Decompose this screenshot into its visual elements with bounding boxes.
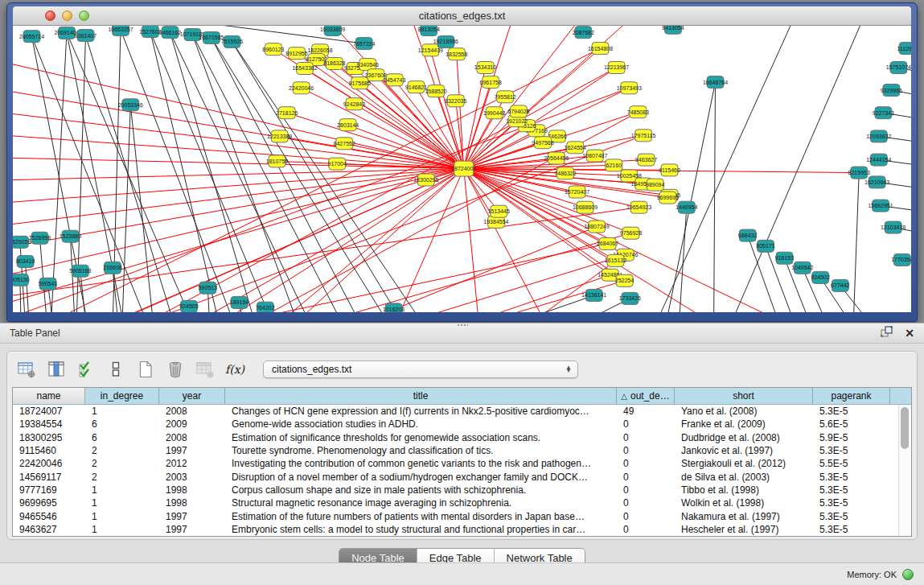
network-node[interactable]: 9115460 xyxy=(659,164,680,176)
network-node[interactable]: 1527602 xyxy=(139,26,161,38)
table-scrollbar[interactable] xyxy=(898,405,911,536)
network-window[interactable]: citations_edges.txt 18724007896012389129… xyxy=(6,2,918,322)
show-column-icon[interactable] xyxy=(47,360,66,379)
column-header-short[interactable]: short xyxy=(675,388,813,404)
network-node[interactable]: 1624554 xyxy=(565,142,586,154)
network-node[interactable]: 12213389 xyxy=(267,130,292,142)
network-node[interactable]: 252254 xyxy=(615,274,634,286)
network-node[interactable]: 7955812 xyxy=(494,91,515,103)
network-node[interactable]: 14136141 xyxy=(581,290,606,302)
network-node[interactable]: 18724007 xyxy=(451,161,476,176)
network-node[interactable]: 12444154 xyxy=(866,154,891,166)
table-row[interactable]: 911546021997Tourette syndrome. Phenomeno… xyxy=(13,444,911,457)
network-node[interactable]: 24055714 xyxy=(19,31,44,43)
table-row[interactable]: 2242004622012Investigating the contribut… xyxy=(13,457,911,470)
network-node[interactable]: 9361407 xyxy=(75,30,97,42)
network-node[interactable]: 1513445 xyxy=(488,205,510,217)
network-node[interactable]: 16648784 xyxy=(703,76,728,89)
network-node[interactable]: 805171 xyxy=(756,240,774,252)
network-node[interactable]: 12103418 xyxy=(881,221,906,233)
zoom-window-icon[interactable] xyxy=(79,10,89,21)
memory-ok-icon[interactable] xyxy=(902,569,914,580)
network-node[interactable]: 8215953 xyxy=(848,167,870,179)
network-node[interactable]: 9146821 xyxy=(405,81,427,93)
network-node[interactable]: 1615132 xyxy=(605,254,626,266)
column-header-year[interactable]: year xyxy=(159,388,225,404)
network-node[interactable]: 9699695 xyxy=(657,192,679,204)
column-header-pagerank[interactable]: pagerank xyxy=(813,388,890,404)
network-node[interactable]: 12213967 xyxy=(604,62,629,74)
network-node[interactable]: 5905188 xyxy=(69,265,91,277)
network-node[interactable]: 8454743 xyxy=(384,74,405,86)
table-row[interactable]: 1830029562008Estimation of significance … xyxy=(13,431,911,444)
network-node[interactable]: 9463627 xyxy=(635,154,657,166)
table-row[interactable]: 977716911998Corpus callosum shape and si… xyxy=(13,484,911,496)
network-node[interactable]: 9466162 xyxy=(159,27,181,39)
table-row[interactable]: 1456911722003Disruption of a novel membe… xyxy=(13,470,911,483)
network-node[interactable]: 1523889 xyxy=(60,230,81,242)
network-node[interactable]: 7515526 xyxy=(221,35,243,47)
scrollbar-thumb[interactable] xyxy=(901,407,909,449)
network-node[interactable]: 15751074 xyxy=(886,62,911,74)
network-node[interactable]: 1049542 xyxy=(791,262,813,274)
network-node[interactable]: 1440954 xyxy=(676,201,697,213)
table-row[interactable]: 946362711997Embryonic stem cells: a mode… xyxy=(13,523,911,536)
delete-table-icon[interactable] xyxy=(166,360,185,379)
network-node[interactable]: 8322035 xyxy=(445,95,466,107)
network-node[interactable]: 8912955 xyxy=(285,47,307,60)
network-node[interactable]: 1810755 xyxy=(266,155,288,167)
network-node[interactable]: 189154 xyxy=(230,296,248,308)
network-node[interactable]: 20053346 xyxy=(118,99,143,111)
network-node[interactable]: 1990448 xyxy=(483,107,505,119)
network-window-titlebar[interactable]: citations_edges.txt xyxy=(13,6,911,26)
network-node[interactable]: 6961758 xyxy=(480,76,502,89)
network-node[interactable]: 677442 xyxy=(831,279,849,291)
network-node[interactable]: 9227343 xyxy=(873,107,894,119)
network-node[interactable]: 10807487 xyxy=(582,150,607,162)
network-node[interactable]: 1770354 xyxy=(891,253,911,266)
network-node[interactable]: 16210643 xyxy=(864,176,889,188)
network-node[interactable]: 1832558 xyxy=(446,48,467,60)
select-columns-icon[interactable] xyxy=(76,360,96,379)
network-node[interactable]: 2684067 xyxy=(597,237,618,249)
table-row[interactable]: 1872400712008Changes of HCN gene express… xyxy=(13,405,911,418)
network-node[interactable]: 9497568 xyxy=(532,137,553,149)
network-node[interactable]: 8813054 xyxy=(418,26,440,36)
network-canvas[interactable]: 1872400789601238912955182260589127503165… xyxy=(13,26,911,312)
network-node[interactable]: 1534310 xyxy=(474,62,496,74)
table-row[interactable]: 946554611997Estimation of the future num… xyxy=(13,509,911,522)
network-node[interactable]: 19654923 xyxy=(626,201,651,213)
network-node[interactable]: 7486322 xyxy=(554,167,576,179)
column-header-name[interactable]: name xyxy=(13,388,85,404)
network-node[interactable]: 62160 xyxy=(606,159,622,171)
network-node[interactable]: 8186328 xyxy=(323,58,345,70)
network-node[interactable]: 6794028 xyxy=(507,105,529,117)
network-node[interactable]: 1112954 xyxy=(897,43,911,55)
network-node[interactable]: 2526958 xyxy=(29,232,51,244)
table-row[interactable]: 969969511998Structural magnetic resonanc… xyxy=(13,496,911,509)
network-node[interactable]: 216608 xyxy=(103,262,121,274)
network-node[interactable]: 12093832 xyxy=(866,130,891,142)
network-node[interactable]: 688432 xyxy=(738,229,757,241)
network-node[interactable]: 2803144 xyxy=(337,119,359,131)
new-table-icon[interactable] xyxy=(136,360,155,379)
network-node[interactable]: 2087682 xyxy=(573,27,594,39)
network-node[interactable]: 9242843 xyxy=(343,98,365,110)
close-panel-icon[interactable]: ✕ xyxy=(905,328,914,339)
network-node[interactable]: 15692951 xyxy=(868,200,893,212)
network-node[interactable]: 2718126 xyxy=(276,107,298,119)
network-node[interactable]: 8427552 xyxy=(334,138,355,150)
splitter-grip-icon[interactable] xyxy=(457,323,468,327)
table-selector-dropdown[interactable]: citations_edges.txt ▲▼ xyxy=(263,360,578,378)
minimize-window-icon[interactable] xyxy=(62,10,72,21)
network-node[interactable]: 10653257 xyxy=(108,26,133,36)
network-node[interactable]: 9175685 xyxy=(349,77,371,89)
modify-table-icon[interactable] xyxy=(17,360,36,379)
network-node[interactable]: 803419 xyxy=(16,256,35,268)
network-node[interactable]: 8960123 xyxy=(262,43,284,56)
network-node[interactable]: 17975115 xyxy=(631,130,656,142)
function-builder-icon[interactable]: f(x) xyxy=(225,360,244,379)
network-node[interactable]: 916153 xyxy=(775,252,794,264)
network-node[interactable]: 1588520 xyxy=(425,85,446,97)
network-node[interactable]: 7857224 xyxy=(353,38,375,50)
